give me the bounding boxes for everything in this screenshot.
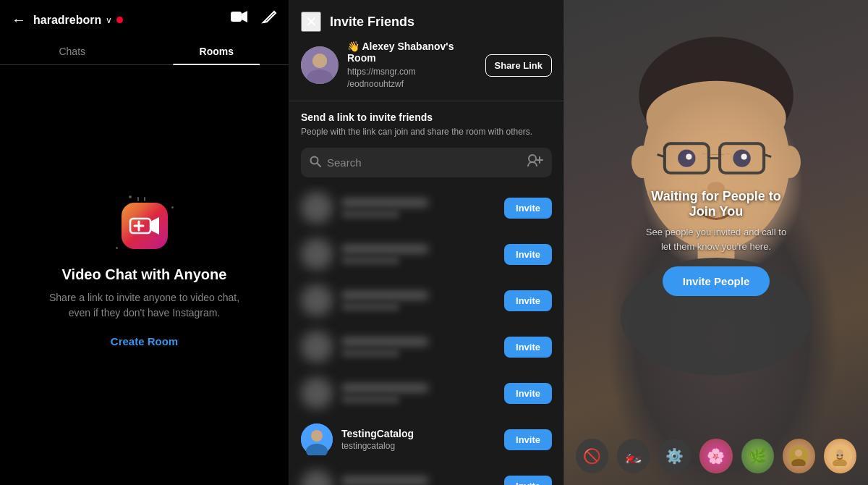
svg-point-28 [686, 154, 692, 160]
video-camera-icon [122, 203, 168, 249]
contact-info [341, 291, 495, 311]
contact-info [341, 198, 495, 218]
compose-icon[interactable] [261, 10, 277, 30]
contact-info [341, 245, 495, 264]
svg-point-16 [311, 430, 323, 442]
header-left: ← haradreborn ∨ [12, 12, 123, 28]
video-icon-decoration [122, 203, 168, 249]
filter-3-button[interactable]: ⚙️ [658, 439, 691, 473]
filter-5-icon: 🌿 [749, 447, 767, 465]
avatar [301, 238, 333, 270]
search-bar[interactable] [301, 148, 552, 177]
tab-rooms[interactable]: Rooms [145, 38, 289, 64]
no-filter-icon: 🚫 [583, 447, 601, 465]
room-link-text: https://msngr.com /eodnoouhtzwf [347, 66, 477, 90]
username-label: haradreborn [33, 14, 101, 27]
avatar-emoji [301, 46, 339, 84]
invite-friends-panel: ✕ Invite Friends 👋 Alexey Shabanov's Roo… [289, 0, 564, 485]
invite-text-section: Send a link to invite friends People wit… [289, 101, 563, 146]
rooms-empty-state: Video Chat with Anyone Share a link to i… [0, 65, 289, 485]
svg-marker-1 [242, 11, 247, 22]
svg-point-32 [778, 146, 801, 178]
avatar [301, 423, 333, 455]
svg-marker-5 [150, 217, 159, 235]
tab-chats[interactable]: Chats [0, 38, 145, 64]
list-item: TestingCatalog testingcatalog Invite [289, 416, 563, 463]
svg-rect-0 [231, 12, 242, 22]
room-host-avatar [301, 46, 339, 84]
chevron-down-icon[interactable]: ∨ [106, 15, 112, 25]
invite-subtext: People with the link can join and share … [301, 126, 552, 138]
contact-info [341, 384, 495, 403]
panel-chats-rooms: ← haradreborn ∨ Chat [0, 0, 289, 485]
waiting-title: Waiting for People to Join You [640, 189, 792, 219]
list-item: Invite [289, 370, 563, 416]
close-button[interactable]: ✕ [301, 12, 321, 32]
invite-button[interactable]: Invite [504, 383, 552, 404]
room-details: 👋 Alexey Shabanov's Room https://msngr.c… [347, 41, 477, 90]
filter-2-icon: 🏍️ [624, 447, 642, 465]
list-item: Invite [289, 185, 563, 231]
waiting-overlay: Waiting for People to Join You See peopl… [640, 189, 792, 296]
add-people-icon[interactable] [527, 154, 543, 171]
contact-info [341, 337, 495, 357]
rooms-subtitle: Share a link to invite anyone to video c… [49, 290, 239, 321]
invite-button[interactable]: Invite [504, 429, 552, 450]
filter-2-button[interactable]: 🏍️ [617, 439, 650, 473]
invite-button[interactable]: Invite [504, 198, 552, 219]
svg-point-12 [529, 155, 536, 162]
search-input[interactable] [327, 156, 522, 169]
invite-button[interactable]: Invite [504, 290, 552, 311]
no-filter-button[interactable]: 🚫 [576, 439, 608, 473]
list-item: Invite [289, 277, 563, 324]
svg-point-41 [837, 455, 839, 457]
avatar [301, 470, 333, 485]
invite-button[interactable]: Invite [504, 244, 552, 265]
list-item: Invite [289, 324, 563, 370]
video-call-icon[interactable] [231, 10, 248, 30]
header-icons [231, 10, 277, 30]
video-call-panel: Waiting for People to Join You See peopl… [564, 0, 868, 485]
avatar [301, 192, 333, 224]
search-icon [310, 156, 321, 170]
username-row: haradreborn ∨ [33, 14, 123, 27]
invite-people-button[interactable]: Invite People [663, 266, 770, 296]
contact-info: TestingCatalog testingcatalog [341, 428, 495, 451]
back-button[interactable]: ← [12, 12, 26, 28]
waiting-subtitle: See people you invited and call to let t… [640, 225, 792, 253]
list-item: Invite [289, 463, 563, 485]
invite-friends-header: ✕ Invite Friends [289, 0, 563, 41]
tabs: Chats Rooms [0, 38, 289, 65]
contact-info [341, 476, 495, 485]
filter-4-button[interactable]: 🌸 [699, 439, 732, 473]
room-host-name: 👋 Alexey Shabanov's Room [347, 41, 477, 64]
invite-friends-title: Invite Friends [330, 14, 414, 30]
svg-point-9 [312, 54, 327, 68]
avatar [301, 331, 333, 363]
svg-point-29 [741, 154, 747, 160]
filter-7-button[interactable] [824, 439, 856, 473]
contact-username: testingcatalog [341, 441, 495, 451]
filter-6-button[interactable] [783, 439, 815, 473]
avatar [301, 377, 333, 409]
online-status-dot [116, 17, 123, 23]
filter-5-button[interactable]: 🌿 [741, 439, 774, 473]
panel1-header: ← haradreborn ∨ [0, 0, 289, 30]
contact-name: TestingCatalog [341, 428, 495, 439]
create-room-button[interactable]: Create Room [111, 335, 178, 347]
list-item: Invite [289, 231, 563, 277]
contacts-list: Invite Invite Invite [289, 185, 563, 485]
svg-line-11 [318, 163, 321, 166]
share-link-button[interactable]: Share Link [485, 54, 552, 77]
filter-7-avatar [830, 446, 850, 466]
svg-point-42 [841, 455, 843, 457]
invite-button[interactable]: Invite [504, 337, 552, 358]
invite-button[interactable]: Invite [504, 476, 552, 485]
filter-4-icon: 🌸 [707, 447, 725, 465]
rooms-title: Video Chat with Anyone [62, 266, 227, 283]
invite-heading: Send a link to invite friends [301, 111, 552, 123]
room-info-row: 👋 Alexey Shabanov's Room https://msngr.c… [289, 41, 563, 101]
filter-3-icon: ⚙️ [665, 447, 684, 465]
avatar [301, 284, 333, 316]
filter-toolbar: 🚫 🏍️ ⚙️ 🌸 🌿 [564, 439, 868, 473]
